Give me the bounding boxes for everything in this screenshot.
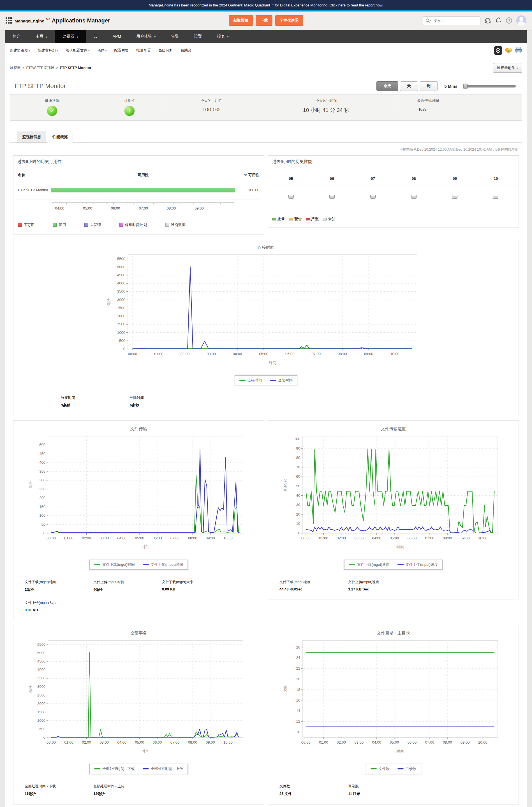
svg-text:1500: 1500 [117, 322, 125, 326]
time-range-周[interactable]: 周 [420, 81, 438, 91]
time-range-group: 今天天周 [375, 81, 438, 91]
toolbar-item-批量配置[interactable]: 批量配置 [136, 48, 151, 53]
nav-item-云[interactable]: 云 [86, 30, 105, 43]
print-icon[interactable] [515, 47, 522, 54]
nav-item-APM[interactable]: APM [105, 30, 129, 43]
stat-全部处理时间 - 下载: 全部处理时间 - 下载11毫秒 [25, 784, 93, 796]
availability-bar[interactable] [51, 188, 235, 192]
logo[interactable]: ManageEngine Applications Manager [6, 17, 110, 24]
svg-text:10: 10 [296, 730, 300, 734]
all-transactions-stats: 全部处理时间 - 下载11毫秒全部处理时间 - 上传13毫秒 [14, 780, 264, 804]
toolbar-item-阈值配置文件[interactable]: 阈值配置文件▾ [65, 48, 90, 53]
svg-text:08:00: 08:00 [167, 206, 176, 210]
breadcrumb-item-2: FTP SFTP Monitor [60, 66, 91, 70]
svg-text:90: 90 [296, 446, 300, 450]
tab-监视器信息[interactable]: 监视器信息 [17, 131, 46, 143]
perf-metrics-note: 性能指标从Dec 10,2024 12:00 AM到Dec 10,2024 10… [14, 147, 518, 152]
availability-legend-item: 停机时间计划 [119, 222, 147, 227]
apps-grid-icon[interactable] [6, 17, 12, 23]
stat-value: 3毫秒 [61, 403, 130, 408]
legend-label: 连接时间 [247, 378, 262, 383]
perf-state-square-unknown[interactable] [411, 195, 417, 199]
user-avatar[interactable] [516, 15, 526, 25]
pie-report-icon[interactable] [505, 47, 512, 54]
perf-state-square-unknown[interactable] [370, 195, 376, 199]
perf-state-square-unknown[interactable] [329, 195, 335, 199]
nav-item-label: 云 [94, 34, 97, 39]
svg-text:500: 500 [119, 338, 125, 343]
tab-性能概览[interactable]: 性能概览 [48, 131, 73, 143]
toolbar-item-高级分析[interactable]: 高级分析 [158, 48, 173, 53]
svg-text:22: 22 [296, 666, 300, 671]
svg-text:08:00: 08:00 [188, 740, 197, 745]
slider-handle[interactable] [463, 84, 468, 89]
svg-text:50: 50 [41, 522, 45, 526]
svg-text:2000: 2000 [117, 314, 125, 318]
stat-value: 2毫秒 [25, 587, 93, 592]
legend-label: 停机时间计划 [125, 222, 147, 227]
breadcrumb-item-1[interactable]: FTP/SFTP监视器 [26, 66, 54, 70]
nav-item-label: APM [113, 34, 121, 39]
stat-label: 文件下载(mget)时间 [25, 580, 93, 585]
headset-icon[interactable] [484, 17, 491, 24]
nav-item-用户体验[interactable]: 用户体验∨ [129, 30, 164, 43]
toolbar-item-新建监视器[interactable]: 新建监视器▾ [10, 48, 30, 53]
connection-time-panel: 连接时间050010001500200025003000350040004500… [13, 239, 519, 416]
perf-state-square-unknown[interactable] [493, 195, 498, 199]
breadcrumb: 监视器>FTP/SFTP监视器>FTP SFTP Monitor [10, 66, 91, 70]
perf-state-square-unknown[interactable] [452, 195, 457, 199]
toolbar-item-新建业务组[interactable]: 新建业务组▾ [38, 48, 58, 53]
nav-item-监视器[interactable]: 监视器∨ [55, 30, 86, 43]
svg-text:01:00: 01:00 [154, 352, 164, 356]
svg-text:04:00: 04:00 [233, 352, 242, 356]
legend-label: 全部处理时间 - 下载 [102, 766, 135, 771]
search-icon[interactable] [425, 18, 431, 24]
svg-text:04:00: 04:00 [372, 740, 381, 745]
chevron-down-icon: ▾ [29, 49, 30, 52]
toolbar-item-帮助台[interactable]: 帮助台 [180, 48, 191, 53]
breadcrumb-item-0[interactable]: 监视器 [10, 66, 21, 70]
promo-banner[interactable]: ManageEngine has been recognized in the … [0, 0, 532, 12]
time-range-天[interactable]: 天 [400, 81, 418, 91]
cta-button-1[interactable]: 下载 [256, 15, 272, 26]
perf-state-cell [352, 195, 393, 199]
nav-item-告警[interactable]: 告警 [164, 30, 186, 43]
nav-item-label: 简介 [13, 34, 20, 39]
time-range-今天[interactable]: 今天 [376, 81, 398, 91]
stat-value: 11 目录 [348, 791, 417, 796]
file-directory-legend: 文件数目录数 [366, 764, 421, 774]
help-icon[interactable]: ? [506, 17, 512, 24]
svg-text:01:00: 01:00 [64, 536, 73, 540]
bell-icon[interactable] [495, 17, 502, 24]
svg-text:70: 70 [296, 465, 300, 469]
svg-text:00:00: 00:00 [46, 536, 56, 540]
nav-item-主页[interactable]: 主页∨ [28, 30, 55, 43]
screenshot-icon[interactable] [494, 46, 502, 55]
toolbar-item-配置告警[interactable]: 配置告警 [114, 48, 129, 53]
monitor-actions-button[interactable]: 监视器动作 ▾ [493, 63, 522, 73]
svg-text:4000: 4000 [117, 281, 125, 285]
svg-text:02:00: 02:00 [82, 536, 91, 540]
perf-state-square-unknown[interactable] [288, 195, 294, 199]
nav-item-报表[interactable]: 报表∨ [209, 30, 236, 43]
svg-text:4500: 4500 [117, 273, 125, 277]
granularity-slider[interactable] [463, 85, 516, 88]
svg-text:05:00: 05:00 [135, 536, 144, 540]
svg-text:毫秒: 毫秒 [28, 685, 33, 693]
perf-state-cell [311, 195, 352, 199]
all-transactions-panel: 全部事务050010001500200025003000350040004500… [13, 625, 264, 805]
search-input[interactable] [423, 16, 480, 25]
cta-button-0[interactable]: 获取报价 [229, 15, 253, 26]
toolbar-item-动作[interactable]: 动作▾ [97, 48, 107, 53]
svg-text:3500: 3500 [117, 289, 125, 293]
nav-item-简介[interactable]: 简介 [5, 30, 28, 43]
legend-label: 目录数 [405, 766, 417, 771]
svg-text:10:00: 10:00 [478, 536, 488, 540]
stat-value: 4毫秒 [93, 587, 162, 592]
performance-state-squares [268, 185, 518, 207]
legend-swatch [270, 380, 276, 381]
stat-value: 3.17 KB/Sec [348, 587, 417, 591]
cta-button-2[interactable]: 个性化演示 [275, 15, 303, 26]
nav-item-设置[interactable]: 设置 [186, 30, 209, 43]
legend-swatch [370, 768, 377, 769]
